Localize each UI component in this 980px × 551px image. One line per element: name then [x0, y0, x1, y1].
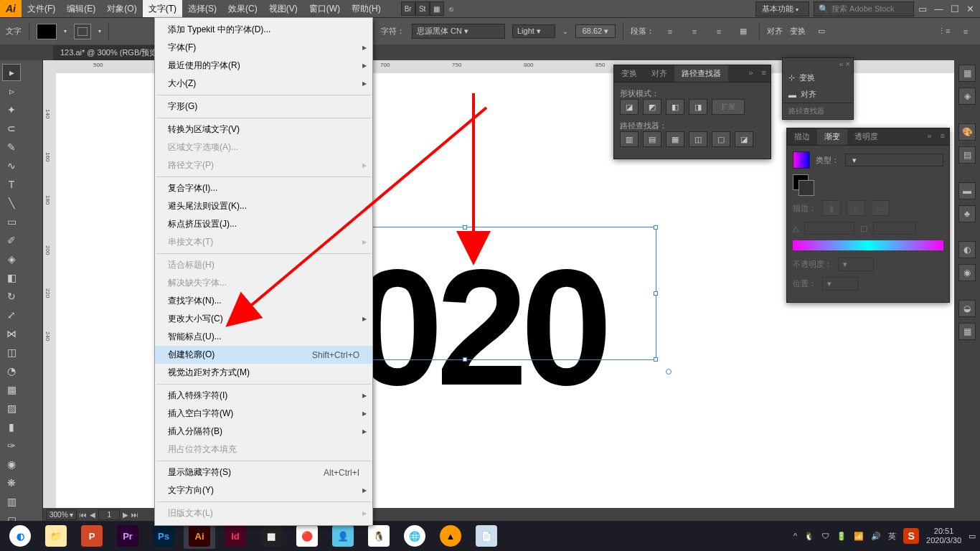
magic-wand-tool[interactable]: ✦ — [2, 101, 21, 118]
menu-文字[interactable]: 文字(T) — [143, 0, 182, 17]
collapse-icon[interactable]: ≡ — [957, 23, 974, 40]
menu-item[interactable]: 显示隐藏字符(S)Alt+Ctrl+I — [155, 463, 372, 481]
menu-item[interactable]: 字形(G) — [155, 98, 372, 116]
menu-item[interactable]: 查找字体(N)... — [155, 292, 372, 310]
panel-menu-icon[interactable]: ≡ — [758, 65, 771, 82]
taskbar-photoshop[interactable]: Ps — [148, 523, 179, 549]
taskbar-indesign[interactable]: Id — [220, 523, 251, 549]
type-tool[interactable]: T — [2, 176, 21, 193]
zoom-field[interactable]: 300% ▾ — [46, 509, 77, 520]
gradient-slider[interactable] — [793, 240, 943, 250]
nav-next-icon[interactable]: ▶ — [123, 511, 128, 519]
taskbar-explorer[interactable]: 📁 — [40, 523, 72, 549]
menu-item[interactable]: 最近使用的字体(R) — [155, 57, 372, 75]
font-weight-field[interactable]: Light ▾ — [512, 24, 555, 38]
taskbar-app4[interactable]: ▲ — [435, 523, 466, 549]
menu-item[interactable]: 插入分隔符(B) — [155, 423, 372, 441]
tab-transform[interactable]: 变换 — [614, 65, 644, 82]
nav-last-icon[interactable]: ⏭ — [131, 511, 138, 519]
menu-视图[interactable]: 视图(V) — [263, 0, 303, 17]
arrange-icon[interactable]: ▦ — [430, 1, 444, 16]
lasso-tool[interactable]: ⊂ — [2, 120, 21, 137]
minus-back-icon[interactable]: ◪ — [735, 131, 753, 147]
nav-prev-icon[interactable]: ◀ — [90, 511, 95, 519]
eyedropper-tool[interactable]: ✑ — [2, 437, 21, 454]
tray-wifi-icon[interactable]: 📶 — [854, 532, 864, 541]
properties-panel-icon[interactable]: ▦ — [958, 65, 976, 82]
gradient-type-field[interactable]: ▾ — [845, 154, 943, 166]
menu-item[interactable]: 创建轮廓(O)Shift+Ctrl+O — [155, 346, 372, 364]
menu-item[interactable]: 文字方向(Y) — [155, 481, 372, 499]
close-icon[interactable]: ✕ — [966, 4, 974, 14]
width-tool[interactable]: ⋈ — [2, 325, 21, 342]
selection-tool[interactable]: ▸ — [2, 64, 21, 81]
intersect-icon[interactable]: ◧ — [666, 99, 684, 115]
menu-item[interactable]: 避头尾法则设置(K)... — [155, 197, 372, 215]
stock-icon[interactable]: St — [415, 1, 430, 16]
taskbar-powerpoint[interactable]: P — [76, 523, 108, 549]
tray-notifications-icon[interactable]: ▭ — [969, 532, 976, 541]
stroke-swatch[interactable] — [74, 24, 91, 39]
symbol-sprayer-tool[interactable]: ❋ — [2, 474, 21, 491]
bridge-icon[interactable]: Br — [401, 1, 415, 16]
paintbrush-tool[interactable]: ✐ — [2, 232, 21, 249]
align-center-icon[interactable]: ≡ — [686, 23, 703, 40]
menu-item[interactable]: 插入特殊字符(I) — [155, 387, 372, 405]
menu-item[interactable]: 更改大小写(C) — [155, 310, 372, 328]
scale-tool[interactable]: ⤢ — [2, 306, 21, 324]
merge-icon[interactable]: ▦ — [666, 131, 684, 147]
panel-menu-icon[interactable]: ≡ — [936, 128, 949, 145]
menu-item[interactable]: 字体(F) — [155, 39, 372, 57]
isolate-icon[interactable]: ▭ — [813, 23, 830, 40]
rotate-tool[interactable]: ↻ — [2, 288, 21, 305]
eraser-tool[interactable]: ◧ — [2, 269, 21, 286]
gpu-icon[interactable]: ⎋ — [444, 1, 458, 16]
workspace-switcher[interactable]: 基本功能 ▾ — [755, 1, 809, 17]
collapse-arrows-icon[interactable]: « — [839, 60, 843, 68]
swatches-panel-icon[interactable]: ▤ — [958, 146, 976, 164]
line-tool[interactable]: ╲ — [2, 194, 21, 212]
align-justify-icon[interactable]: ▦ — [735, 23, 752, 40]
tab-transparency[interactable]: 透明度 — [847, 128, 885, 145]
symbols-panel-icon[interactable]: ♣ — [958, 205, 976, 222]
stroke-panel-icon[interactable]: ◐ — [958, 241, 976, 258]
taskbar-app2[interactable]: 🔴 — [291, 523, 323, 549]
panel-close-icon[interactable]: × — [846, 60, 850, 68]
tray-ime[interactable]: 英 — [888, 531, 896, 542]
taskbar-app3[interactable]: 👤 — [327, 523, 359, 549]
align-left-icon[interactable]: ≡ — [661, 23, 679, 40]
minimize-icon[interactable]: — — [934, 4, 943, 14]
mini-panel[interactable]: « × ⊹变换 ▬对齐 路径查找器 — [782, 57, 854, 120]
panel-menu-icon[interactable]: ⋮≡ — [936, 23, 953, 40]
panel-overflow-icon[interactable]: » — [744, 65, 757, 82]
tab-align[interactable]: 对齐 — [644, 65, 674, 82]
gradient-preview[interactable] — [793, 151, 810, 169]
color-panel-icon[interactable]: 🎨 — [958, 123, 976, 141]
tab-gradient[interactable]: 渐变 — [817, 128, 847, 145]
menu-item[interactable]: 复合字体(I)... — [155, 179, 372, 197]
tray-battery-icon[interactable]: 🔋 — [837, 532, 847, 541]
font-size-field[interactable]: 68.62 ▾ — [575, 24, 616, 38]
menu-item[interactable]: 标点挤压设置(J)... — [155, 215, 372, 233]
sync-icon[interactable]: ▭ — [918, 4, 927, 14]
taskbar-qq[interactable]: 🐧 — [363, 523, 395, 549]
layers-panel-icon[interactable]: ◈ — [958, 88, 976, 105]
menu-item[interactable]: 添加 Typekit 中的字体(D)... — [155, 21, 372, 39]
perspective-tool[interactable]: ▦ — [2, 381, 21, 398]
tray-volume-icon[interactable]: 🔊 — [871, 532, 881, 541]
taskbar-premiere[interactable]: Pr — [112, 523, 143, 549]
curvature-tool[interactable]: ∿ — [2, 157, 21, 174]
nav-first-icon[interactable]: ⏮ — [80, 511, 87, 519]
text-port-handle[interactable] — [666, 369, 672, 375]
menu-编辑[interactable]: 编辑(E) — [61, 0, 101, 17]
menu-item[interactable]: 大小(Z) — [155, 75, 372, 93]
exclude-icon[interactable]: ◨ — [689, 99, 707, 115]
panel-overflow-icon[interactable]: » — [923, 128, 936, 145]
tray-sogou-icon[interactable]: S — [903, 528, 919, 544]
free-transform-tool[interactable]: ◫ — [2, 344, 21, 361]
mesh-tool[interactable]: ▨ — [2, 400, 21, 417]
taskbar-browser[interactable]: ◐ — [4, 523, 36, 549]
menu-帮助[interactable]: 帮助(H) — [346, 0, 387, 17]
taskbar-notes[interactable]: 📄 — [471, 523, 502, 549]
fill-swatch[interactable] — [37, 24, 57, 39]
